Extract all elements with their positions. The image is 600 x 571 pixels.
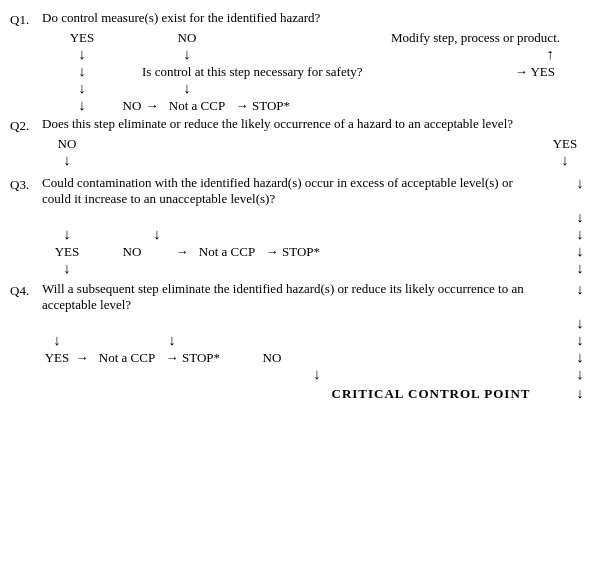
is-control-text: Is control at this step necessary for sa…	[122, 64, 500, 80]
q2-yes-arrow: ↓	[540, 152, 590, 169]
q4-arrow-r1: →	[72, 350, 92, 366]
q2-yes: YES	[540, 136, 590, 152]
q1-yes: YES	[42, 30, 122, 46]
q1-modify: Modify step, process or product.	[252, 30, 590, 46]
q2-text: Does this step eliminate or reduce the l…	[42, 116, 590, 132]
q3-no: NO	[92, 244, 172, 260]
q1-yes-arrow-down2: ↓	[42, 63, 122, 80]
q1-stop: STOP*	[252, 98, 290, 114]
q3-yes: YES	[42, 244, 92, 260]
q4-no-arrow: ↓	[292, 366, 342, 383]
q1-not-ccp: Not a CCP	[162, 98, 232, 114]
q1-left-arrow3: ↓	[42, 80, 122, 97]
q1-label: Q1.	[10, 10, 42, 28]
q4-right-arrow2: ↓	[570, 315, 590, 332]
q4-label: Q4.	[10, 281, 42, 299]
q3-text: Could contamination with the identified …	[42, 175, 570, 207]
q3-right-arrow3: ↓	[570, 226, 590, 243]
ccp-label: CRITICAL CONTROL POINT	[292, 386, 570, 402]
q1-mid-arrow3: ↓	[122, 80, 252, 97]
ccp-right-arrow: ↓	[570, 385, 590, 402]
q1-no-arrow-down: ↓	[122, 46, 252, 63]
q4-stop: STOP*	[182, 350, 232, 366]
q3-arrow-r1: →	[172, 244, 192, 260]
q3-label: Q3.	[10, 175, 42, 193]
q1-arrow-r1: →	[142, 98, 162, 114]
q4-mid-arrow: ↓	[72, 332, 272, 349]
q4-arrow-r2: →	[162, 350, 182, 366]
q1-modify-arrow-up: ↑	[252, 46, 590, 63]
q3-yes-arrow: ↓	[42, 260, 92, 277]
q3-right-arrow1: ↓	[570, 175, 590, 192]
q4-right-arrow4: ↓	[570, 349, 590, 366]
q4-left-arrow: ↓	[42, 332, 72, 349]
q1-no: NO	[122, 30, 252, 46]
q2-no-arrow: ↓	[42, 152, 92, 169]
q1-yes-arrow-down: ↓	[42, 46, 122, 63]
q3-mid-arrow: ↓	[92, 226, 222, 243]
q4-no: NO	[232, 350, 312, 366]
q1-text: Do control measure(s) exist for the iden…	[42, 10, 590, 26]
ccp-decision-tree: Q1. Do control measure(s) exist for the …	[10, 10, 590, 402]
q3-right-arrow4: ↓	[570, 243, 590, 260]
q3-right-arrow5: ↓	[570, 260, 590, 277]
is-control-yes: → YES	[500, 64, 560, 80]
q4-right-arrow3: ↓	[570, 332, 590, 349]
q4-not-ccp: Not a CCP	[92, 350, 162, 366]
q3-not-ccp: Not a CCP	[192, 244, 262, 260]
q3-left-arrow: ↓	[42, 226, 92, 243]
q3-stop: STOP*	[282, 244, 320, 260]
q2-no: NO	[42, 136, 92, 152]
q3-right-arrow2: ↓	[570, 209, 590, 226]
q2-label: Q2.	[10, 116, 42, 134]
q1-no2: NO	[122, 98, 142, 114]
q4-yes: YES	[42, 350, 72, 366]
q4-right-arrow5: ↓	[570, 366, 590, 383]
q3-arrow-r2: →	[262, 244, 282, 260]
q4-text: Will a subsequent step eliminate the ide…	[42, 281, 570, 313]
q1-arrow-r2: →	[232, 98, 252, 114]
q1-left-arrow4: ↓	[42, 97, 122, 114]
q4-right-arrow1: ↓	[570, 281, 590, 298]
